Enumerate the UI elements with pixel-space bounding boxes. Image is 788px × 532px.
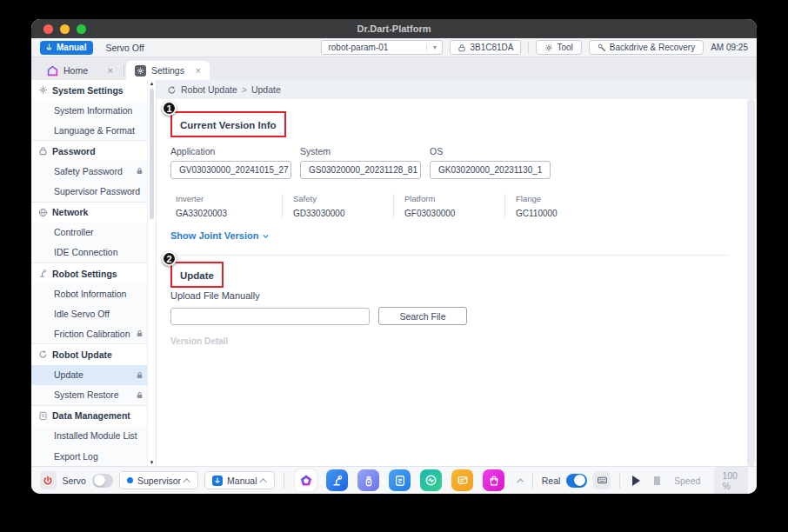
sidebar-item-label: Network [52,207,88,217]
virtual-keyboard-button[interactable] [593,471,611,489]
manual-mode-icon [45,43,53,51]
toolbar-separator [528,42,529,54]
tab-settings-close-icon[interactable]: × [196,65,201,76]
store-app-icon[interactable] [483,469,504,491]
scrollbar-thumb[interactable] [150,89,154,219]
refresh-icon [167,85,177,95]
globe-icon [38,208,48,217]
home-icon [47,65,58,76]
supervisor-select-value: Supervisor [137,475,181,486]
tool-button[interactable]: Tool [536,40,581,55]
sidebar-item-network[interactable]: Network [31,202,156,223]
sub-label: Inverter [176,194,282,203]
sidebar-item-friction-calibration[interactable]: Friction Calibration [31,323,156,343]
section-divider [170,255,729,256]
sidebar-item-system-restore[interactable]: System Restore [31,385,156,405]
pendant-app-icon[interactable] [357,469,379,491]
code-app-icon[interactable] [389,469,411,491]
breadcrumb-section[interactable]: Robot Update [181,84,237,95]
real-toggle[interactable] [566,474,587,488]
sidebar-item-label: Friction Calibration [54,329,130,339]
tab-home[interactable]: Home × [38,61,122,80]
show-joint-version-label: Show Joint Version [170,230,258,241]
scroll-down-icon[interactable]: ▼ [150,460,155,465]
sidebar-item-safety-password[interactable]: Safety Password [31,161,156,181]
sidebar-item-idle-servo-off[interactable]: Idle Servo Off [31,303,156,323]
sidebar-item-data-management[interactable]: Data Management [31,405,156,426]
inverter-version-value: GA33020003 [176,209,282,218]
mode-badge-label: Manual [57,43,86,52]
robot-jog-app-icon[interactable] [326,469,348,491]
sidebar-item-ide-connection[interactable]: IDE Connection [31,243,156,263]
supervisor-select[interactable]: Supervisor [119,471,198,489]
sidebar-item-label: Supervisor Password [54,186,140,196]
sidebar-item-language-format[interactable]: Language & Format [31,120,156,140]
mode-select[interactable]: Manual [204,471,275,489]
sidebar-item-supervisor-password[interactable]: Supervisor Password [31,182,156,202]
tab-settings[interactable]: Settings × [126,61,210,80]
sidebar-item-robot-update[interactable]: Robot Update [31,343,156,364]
monitoring-app-icon[interactable] [420,469,442,491]
sidebar-item-update[interactable]: Update [31,365,156,385]
scroll-up-icon[interactable]: ▲ [150,81,155,86]
system-version-value: GS03020000_20231128_81 [300,161,421,179]
refresh-icon [38,349,48,359]
lock-icon [136,167,144,175]
sidebar-item-label: Password [52,146,96,156]
sidebar-item-export-log[interactable]: Export Log [31,446,156,466]
upload-file-label: Upload File Manually [170,290,734,301]
mode-select-value: Manual [227,475,257,486]
sidebar-scrollbar[interactable]: ▲ ▼ [147,80,156,466]
robot-param-select[interactable]: robot-param-01 ▾ [321,40,443,55]
settings-icon [135,65,146,76]
search-file-button[interactable]: Search File [378,307,467,325]
backdrive-recovery-button[interactable]: Backdrive & Recovery [589,40,704,55]
version-field-application: Application GV03030000_20241015_27 [170,146,291,179]
tool-button-label: Tool [557,43,572,52]
show-joint-version-link[interactable]: Show Joint Version [170,230,734,241]
stop-button[interactable] [654,476,660,485]
subversion-platform: Platform GF03030000 [393,194,504,218]
play-button[interactable] [632,475,640,486]
sidebar-item-password[interactable]: Password [31,140,156,161]
lock-icon [38,146,48,156]
current-version-title: Current Version Info [180,120,277,130]
file-path-input[interactable] [170,308,370,325]
sidebar-item-system-settings[interactable]: System Settings [31,80,156,100]
version-field-os: OS GK03020000_20231130_1 [430,146,551,179]
serial-number: 3B1C81DA [470,43,513,52]
lock-icon [136,329,144,337]
home-app-icon[interactable] [295,469,317,491]
dock-collapse-icon[interactable] [517,478,524,485]
sub-label: Safety [293,194,393,203]
serial-badge[interactable]: 3B1C81DA [450,40,521,55]
version-field-system: System GS03020000_20231128_81 [300,146,421,179]
log-app-icon[interactable] [451,469,473,491]
servo-toggle[interactable] [92,474,113,488]
chevron-down-icon [262,232,270,240]
platform-version-value: GF03030000 [404,209,504,218]
sidebar-item-installed-module-list[interactable]: Installed Module List [31,426,156,446]
bottom-separator [284,473,284,489]
sidebar-item-label: Data Management [52,410,130,421]
tab-home-close-icon[interactable]: × [108,65,113,76]
sidebar-item-robot-settings[interactable]: Robot Settings [31,263,156,283]
breadcrumb-page: Update [251,84,281,95]
chevron-up-icon [183,478,190,485]
sidebar-item-label: IDE Connection [54,247,118,257]
servo-toggle-label: Servo [63,475,86,486]
mode-badge[interactable]: Manual [40,41,93,55]
controller-lock-icon [457,43,466,52]
sidebar-item-robot-information[interactable]: Robot Information [31,283,156,303]
sidebar-item-system-information[interactable]: System Information [31,100,156,120]
sidebar-item-label: Export Log [54,451,98,462]
subversion-inverter: Inverter GA33020003 [170,194,282,218]
power-button[interactable] [40,471,57,489]
window-title: Dr.Dart-Platform [31,23,757,34]
subversion-safety: Safety GD33030000 [282,194,393,218]
sidebar-item-controller[interactable]: Controller [31,223,156,243]
app-window: Dr.Dart-Platform Manual Servo Off robot-… [31,19,757,494]
sidebar-item-label: Installed Module List [54,430,137,441]
breadcrumb-separator: > [242,84,247,95]
annotation-circle-2: 2 [162,251,177,266]
